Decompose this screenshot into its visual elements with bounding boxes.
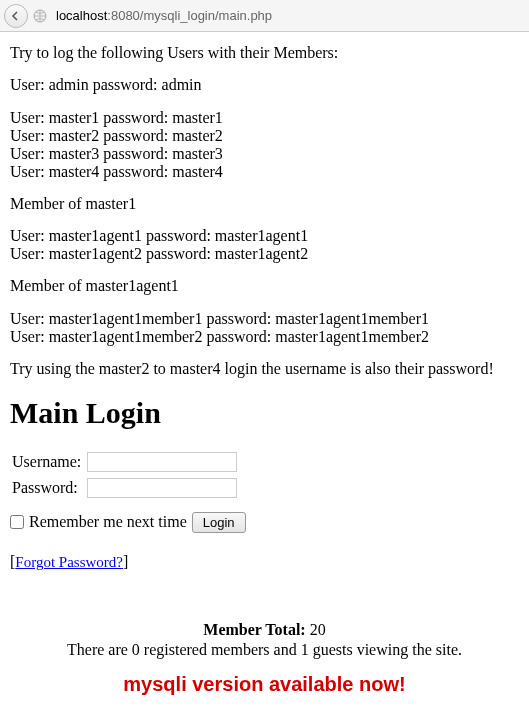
login-button[interactable]: Login bbox=[192, 512, 246, 533]
forgot-password-wrap: [Forgot Password?] bbox=[10, 553, 519, 571]
credential-line: User: master1agent1member2 password: mas… bbox=[10, 328, 519, 346]
forgot-password-link[interactable]: Forgot Password? bbox=[15, 554, 123, 570]
remember-checkbox[interactable] bbox=[10, 515, 24, 529]
credential-line: User: master1agent2 password: master1age… bbox=[10, 245, 519, 263]
back-button[interactable] bbox=[4, 4, 28, 28]
bracket-right: ] bbox=[123, 553, 128, 570]
username-input[interactable] bbox=[87, 452, 237, 472]
globe-icon bbox=[32, 8, 48, 24]
promo-text: mysqli version available now! bbox=[10, 673, 519, 696]
member-total-line: Member Total: 20 bbox=[10, 621, 519, 639]
remember-label: Remember me next time bbox=[29, 513, 187, 531]
members-block: User: master1agent1member1 password: mas… bbox=[10, 310, 519, 346]
credential-line: User: master1agent1 password: master1age… bbox=[10, 227, 519, 245]
credential-line: User: master2 password: master2 bbox=[10, 127, 519, 145]
member-total-label: Member Total: bbox=[203, 621, 305, 638]
url-path: :8080/mysqli_login/main.php bbox=[107, 8, 272, 23]
password-label: Password: bbox=[12, 476, 85, 500]
member-master1-label: Member of master1 bbox=[10, 195, 519, 213]
member-agent1-label: Member of master1agent1 bbox=[10, 277, 519, 295]
credential-line: User: master1agent1member1 password: mas… bbox=[10, 310, 519, 328]
registered-count: 0 bbox=[132, 641, 140, 658]
credential-line: User: master4 password: master4 bbox=[10, 163, 519, 181]
remember-row: Remember me next time Login bbox=[10, 512, 519, 533]
page-title: Main Login bbox=[10, 396, 519, 430]
admin-credential: User: admin password: admin bbox=[10, 76, 519, 94]
masters-block: User: master1 password: master1 User: ma… bbox=[10, 109, 519, 181]
password-input[interactable] bbox=[87, 478, 237, 498]
agents-block: User: master1agent1 password: master1age… bbox=[10, 227, 519, 263]
visitors-mid: registered members and bbox=[140, 641, 301, 658]
page-content: Try to log the following Users with thei… bbox=[0, 32, 529, 707]
intro-text: Try to log the following Users with thei… bbox=[10, 44, 519, 62]
browser-toolbar: localhost:8080/mysqli_login/main.php bbox=[0, 0, 529, 32]
guests-count: 1 bbox=[301, 641, 309, 658]
visitors-suffix: guests viewing the site. bbox=[309, 641, 462, 658]
url-bar[interactable]: localhost:8080/mysqli_login/main.php bbox=[52, 6, 525, 25]
credential-line: User: master1 password: master1 bbox=[10, 109, 519, 127]
url-host: localhost bbox=[56, 8, 107, 23]
stats-block: Member Total: 20 There are 0 registered … bbox=[10, 621, 519, 659]
login-form: Username: Password: bbox=[10, 448, 243, 502]
credential-line: User: master3 password: master3 bbox=[10, 145, 519, 163]
arrow-left-icon bbox=[10, 10, 22, 22]
visitors-prefix: There are bbox=[67, 641, 132, 658]
visitors-line: There are 0 registered members and 1 gue… bbox=[10, 641, 519, 659]
note-text: Try using the master2 to master4 login t… bbox=[10, 360, 519, 378]
member-total-value: 20 bbox=[310, 621, 326, 638]
username-label: Username: bbox=[12, 450, 85, 474]
